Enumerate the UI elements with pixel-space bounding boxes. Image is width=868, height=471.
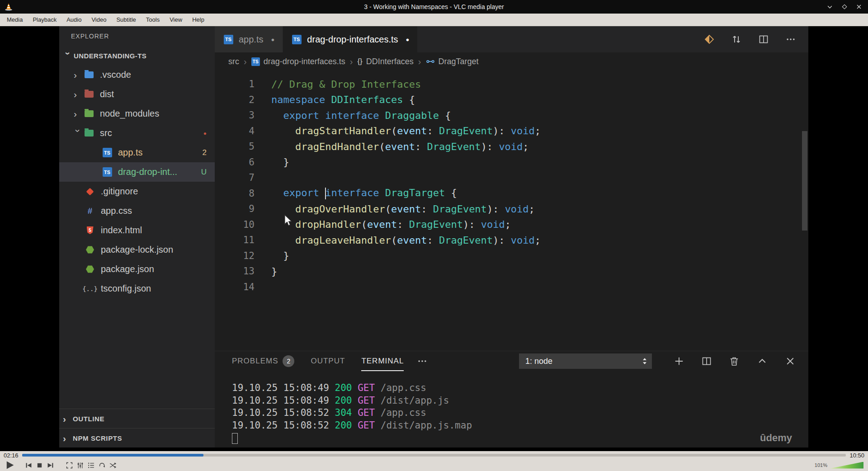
code-token: Draggable — [385, 110, 439, 121]
breadcrumb-item-ddinterfaces[interactable]: {}DDInterfaces — [357, 57, 413, 66]
breadcrumb-item-dragtarget[interactable]: DragTarget — [426, 57, 479, 66]
maximize-button[interactable] — [842, 4, 847, 9]
tree-item-package-lock-json[interactable]: package-lock.json — [59, 240, 215, 259]
compare-changes-icon[interactable] — [731, 34, 741, 44]
code-line-13[interactable]: 13} — [215, 264, 808, 279]
breadcrumb-label: drag-drop-interfaces.ts — [264, 57, 345, 66]
tree-item-drag-drop-int[interactable]: TSdrag-drop-int...U — [59, 162, 215, 182]
video-area[interactable]: EXPLORER › UNDERSTANDING-TS ›.vscode›dis… — [0, 26, 868, 451]
line-number: 14 — [215, 282, 255, 292]
tree-item-app-ts[interactable]: TSapp.ts2 — [59, 143, 215, 162]
code-line-1[interactable]: 1// Drag & Drop Interfaces — [215, 76, 808, 92]
title-bar[interactable]: 3 - Working with Namespaces - VLC media … — [0, 0, 868, 14]
terminal-output[interactable]: 19.10.25 15:08:49 200 GET /app.css19.10.… — [215, 371, 808, 447]
code-token: dragOverHandler — [295, 203, 385, 215]
panel-tab-output[interactable]: OUTPUT — [311, 351, 345, 371]
terminal-timestamp: 19.10.25 15:08:49 — [232, 395, 335, 406]
code-token: ): — [493, 125, 511, 137]
breadcrumb-item-drag-drop-interfaces-ts[interactable]: TSdrag-drop-interfaces.ts — [251, 57, 345, 66]
split-editor-icon[interactable] — [759, 34, 769, 44]
code-line-2[interactable]: 2namespace DDInterfaces { — [215, 92, 808, 108]
terminal-timestamp: 19.10.25 15:08:52 — [232, 407, 335, 418]
code-line-8[interactable]: 8 export interface DragTarget { — [215, 186, 808, 202]
menu-audio[interactable]: Audio — [61, 14, 86, 25]
explorer-root-folder[interactable]: › UNDERSTANDING-TS — [59, 46, 215, 65]
menu-view[interactable]: View — [165, 14, 187, 25]
menu-tools[interactable]: Tools — [141, 14, 165, 25]
code-token: DragEvent — [409, 219, 463, 230]
tree-item-node-modules[interactable]: ›node_modules — [59, 104, 215, 123]
close-panel-button[interactable] — [785, 356, 796, 367]
terminal-request-path: /dist/app.js.map — [381, 420, 472, 431]
menu-playback[interactable]: Playback — [28, 14, 61, 25]
code-line-9[interactable]: 9 dragOverHandler(event: DragEvent): voi… — [215, 201, 808, 217]
tree-item-vscode[interactable]: ›.vscode — [59, 65, 215, 85]
file-label: tsconfig.json — [101, 283, 151, 294]
code-line-3[interactable]: 3 export interface Draggable { — [215, 108, 808, 123]
code-token: DragEvent — [439, 125, 493, 137]
breadcrumb-separator: › — [244, 57, 247, 67]
panel-tab-problems[interactable]: PROBLEMS2 — [232, 351, 294, 371]
code-line-12[interactable]: 12 } — [215, 248, 808, 264]
file-tree: ›.vscode›dist›node_modules›src●TSapp.ts2… — [59, 65, 215, 298]
code-token — [271, 141, 295, 152]
menu-help[interactable]: Help — [187, 14, 209, 25]
random-button[interactable] — [109, 462, 117, 469]
modified-dot-icon[interactable]: ● — [406, 36, 410, 43]
section-outline[interactable]: ›OUTLINE — [59, 409, 215, 428]
minimize-button[interactable] — [827, 4, 833, 10]
playlist-button[interactable] — [87, 462, 95, 469]
new-terminal-button[interactable] — [674, 356, 684, 367]
code-line-14[interactable]: 14 — [215, 279, 808, 295]
split-terminal-button[interactable] — [702, 356, 712, 366]
fullscreen-button[interactable] — [66, 462, 73, 469]
volume-slider[interactable] — [830, 462, 863, 469]
code-line-6[interactable]: 6 } — [215, 155, 808, 170]
terminal-shell-selector[interactable]: 1: node — [519, 353, 652, 369]
previous-button[interactable] — [25, 462, 33, 469]
editor-tab-drag-drop-interfaces-ts[interactable]: TSdrag-drop-interfaces.ts● — [283, 26, 418, 52]
menu-video[interactable]: Video — [86, 14, 111, 25]
css-file-icon: # — [85, 206, 95, 217]
close-button[interactable] — [856, 4, 862, 9]
terminal-request-path: /app.css — [381, 407, 426, 418]
tree-item-index-html[interactable]: 5index.html — [59, 221, 215, 240]
tree-item-package-json[interactable]: package.json — [59, 259, 215, 279]
breadcrumb-item-src[interactable]: src — [228, 57, 239, 66]
file-label: src — [100, 128, 112, 138]
extended-settings-button[interactable] — [76, 462, 84, 469]
tree-item-tsconfig-json[interactable]: {..}tsconfig.json — [59, 279, 215, 298]
volume-control[interactable]: 101% — [815, 462, 863, 469]
modified-dot-icon[interactable]: ● — [271, 36, 274, 43]
menu-media[interactable]: Media — [2, 14, 28, 25]
code-editor[interactable]: 1// Drag & Drop Interfaces2namespace DDI… — [215, 71, 808, 351]
more-actions-icon[interactable] — [417, 356, 427, 366]
code-line-7[interactable]: 7 — [215, 170, 808, 186]
tree-item-dist[interactable]: ›dist — [59, 85, 215, 104]
code-line-5[interactable]: 5 dragEndHandler(event: DragEvent): void… — [215, 139, 808, 155]
html-file-icon: 5 — [85, 225, 95, 236]
kill-terminal-button[interactable] — [729, 356, 740, 367]
seek-bar[interactable] — [22, 454, 846, 457]
code-line-11[interactable]: 11 dragLeaveHandler(event: DragEvent): v… — [215, 232, 808, 248]
play-button[interactable] — [5, 460, 15, 471]
menu-subtitle[interactable]: Subtitle — [111, 14, 141, 25]
code-line-10[interactable]: 10 dropHandler(event: DragEvent): void; — [215, 217, 808, 233]
loop-button[interactable] — [98, 462, 106, 469]
more-actions-icon[interactable] — [786, 34, 796, 44]
code-line-4[interactable]: 4 dragStartHandler(event: DragEvent): vo… — [215, 123, 808, 139]
tree-item-app-css[interactable]: #app.css — [59, 201, 215, 221]
next-button[interactable] — [47, 462, 54, 469]
tree-item-src[interactable]: ›src● — [59, 123, 215, 143]
maximize-panel-button[interactable] — [757, 356, 768, 367]
code-text: dragStartHandler(event: DragEvent): void… — [255, 125, 541, 137]
open-changes-icon[interactable] — [704, 34, 714, 44]
panel-tab-terminal[interactable]: TERMINAL — [361, 351, 404, 371]
editor-scrollbar[interactable] — [802, 131, 807, 231]
tree-item-gitignore[interactable]: .gitignore — [59, 182, 215, 201]
editor-tab-app-ts[interactable]: TSapp.ts● — [215, 26, 283, 52]
stop-button[interactable] — [36, 462, 43, 469]
terminal-cursor-line — [232, 432, 808, 447]
section-npm-scripts[interactable]: ›NPM SCRIPTS — [59, 428, 215, 447]
folder-icon — [84, 128, 94, 139]
